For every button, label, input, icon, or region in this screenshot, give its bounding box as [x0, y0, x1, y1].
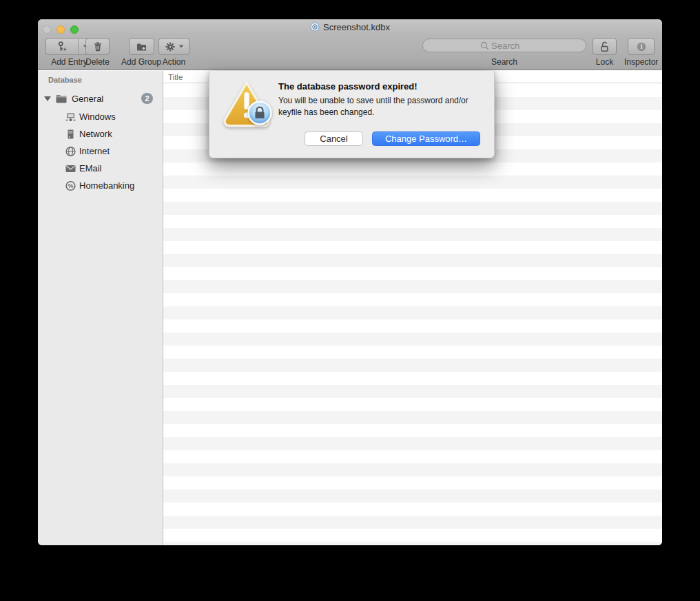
sidebar-item-network[interactable]: Network — [38, 125, 163, 143]
lock-label: Lock — [596, 57, 613, 67]
homebanking-icon: % — [65, 180, 76, 191]
sidebar-item-windows[interactable]: Windows — [38, 108, 163, 125]
action-label: Action — [163, 57, 185, 67]
title-column-header: Title — [163, 73, 183, 81]
folder-icon — [55, 94, 68, 104]
network-icon — [65, 129, 76, 140]
inspector-label: Inspector — [624, 57, 658, 67]
sidebar-item-internet[interactable]: Internet — [38, 143, 163, 160]
window-chrome: Screenshot.kdbx — [38, 19, 662, 70]
dialog-message: You will be unable to save until the pas… — [278, 95, 489, 118]
dialog-title: The database password expired! — [278, 81, 418, 92]
sidebar-item-email[interactable]: EMail — [38, 160, 163, 177]
warning-icon — [222, 80, 271, 128]
sidebar-item-homebanking[interactable]: % Homebanking — [38, 177, 163, 194]
svg-text:%: % — [68, 182, 74, 189]
windows-icon — [65, 112, 76, 123]
folder-plus-icon — [136, 41, 147, 52]
inspector-button[interactable]: i — [628, 38, 655, 55]
search-label: Search — [422, 57, 586, 67]
window-title: Screenshot.kdbx — [323, 22, 390, 32]
app-window: Screenshot.kdbx — [38, 19, 662, 545]
add-entry-label: Add Entry — [51, 57, 88, 67]
trash-icon — [92, 41, 103, 52]
sidebar-group-label: General — [72, 94, 103, 104]
add-group-button[interactable] — [129, 38, 154, 55]
action-button[interactable] — [158, 38, 189, 55]
unlock-icon — [599, 41, 610, 53]
info-icon: i — [636, 41, 647, 52]
toolbar: Add Entry Delete — [38, 34, 662, 70]
add-group-label: Add Group — [121, 57, 161, 67]
internet-icon — [65, 146, 76, 157]
gear-icon — [165, 41, 176, 52]
password-expired-dialog: The database password expired! You will … — [209, 71, 495, 158]
titlebar: Screenshot.kdbx — [38, 19, 662, 34]
sidebar-section-header: Database — [38, 76, 163, 88]
cancel-button[interactable]: Cancel — [305, 131, 363, 146]
search-input[interactable] — [491, 41, 528, 51]
lock-badge-icon — [247, 101, 272, 125]
sidebar-group-general[interactable]: General 2 — [38, 91, 163, 107]
delete-label: Delete — [85, 57, 110, 67]
disclosure-triangle-icon[interactable] — [44, 96, 51, 101]
change-password-button[interactable]: Change Password… — [372, 131, 480, 146]
lock-button[interactable] — [593, 38, 617, 55]
search-input-wrap[interactable] — [422, 39, 586, 52]
email-icon — [65, 164, 76, 173]
document-proxy-icon[interactable] — [310, 22, 320, 32]
chevron-down-icon — [178, 45, 183, 48]
entry-count-badge: 2 — [141, 93, 153, 104]
svg-text:i: i — [640, 43, 642, 50]
search-icon — [480, 41, 489, 50]
sidebar: Database General 2 — [38, 71, 163, 545]
key-plus-icon — [56, 41, 68, 52]
delete-button[interactable] — [85, 38, 110, 55]
